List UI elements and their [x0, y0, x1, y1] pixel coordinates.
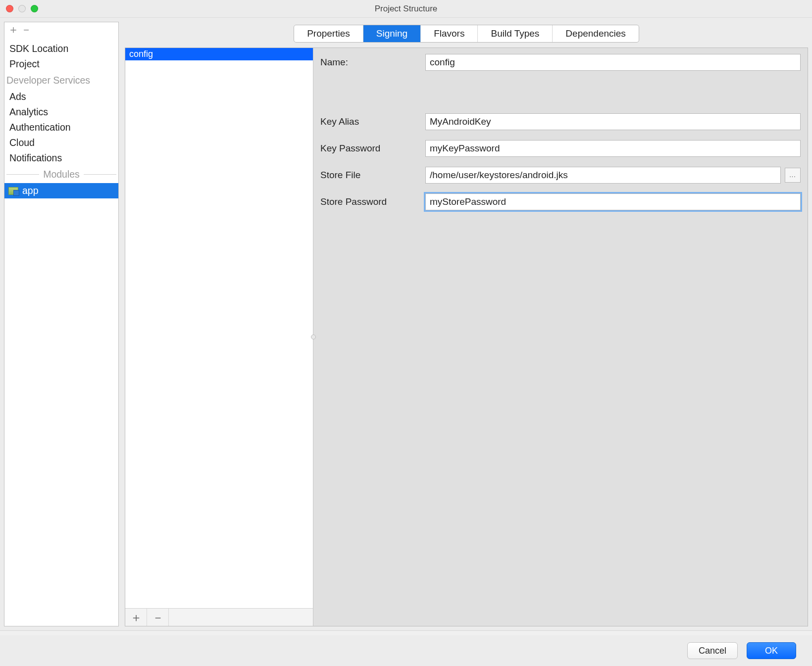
sidebar-toolbar: ＋ －	[4, 22, 118, 40]
tab-build-types[interactable]: Build Types	[478, 25, 553, 42]
tab-dependencies[interactable]: Dependencies	[553, 25, 638, 42]
key-password-label: Key Password	[320, 143, 419, 154]
sidebar-item-ads[interactable]: Ads	[4, 89, 118, 104]
tab-signing[interactable]: Signing	[363, 25, 421, 42]
content: ＋ － SDK Location Project Developer Servi…	[0, 18, 812, 630]
sidebar-section-modules-label: Modules	[43, 169, 80, 180]
configs-add-button[interactable]: ＋	[125, 609, 147, 626]
sidebar-item-label: app	[22, 185, 39, 196]
tab-properties[interactable]: Properties	[294, 25, 363, 42]
signing-panel: config ＋ － Name: config Key Alias MyAndr	[125, 48, 808, 626]
store-file-row: /home/user/keystores/android.jks ...	[425, 167, 801, 184]
configs-toolbar: ＋ －	[125, 608, 313, 626]
tab-bar: Properties Signing Flavors Build Types D…	[125, 22, 808, 48]
key-password-field[interactable]: myKeyPassword	[425, 140, 801, 157]
name-label: Name:	[320, 57, 419, 68]
sidebar-item-analytics[interactable]: Analytics	[4, 104, 118, 120]
sidebar-item-app[interactable]: app	[4, 183, 118, 198]
sidebar-section-modules: Modules	[4, 166, 118, 183]
sidebar-item-project[interactable]: Project	[4, 56, 118, 72]
sidebar-remove-button[interactable]: －	[20, 25, 32, 37]
configs-remove-button[interactable]: －	[147, 609, 169, 626]
form-area: Name: config Key Alias MyAndroidKey Key …	[313, 48, 808, 626]
sidebar-add-button[interactable]: ＋	[7, 25, 19, 37]
sidebar: ＋ － SDK Location Project Developer Servi…	[4, 22, 119, 626]
store-file-field[interactable]: /home/user/keystores/android.jks	[425, 167, 781, 184]
store-password-label: Store Password	[320, 196, 419, 207]
browse-button[interactable]: ...	[785, 168, 801, 183]
name-field[interactable]: config	[425, 54, 801, 71]
sidebar-item-authentication[interactable]: Authentication	[4, 120, 118, 135]
configs-empty	[125, 60, 313, 608]
tab-flavors[interactable]: Flavors	[421, 25, 478, 42]
module-icon	[8, 187, 18, 195]
divider	[84, 174, 116, 175]
key-alias-field[interactable]: MyAndroidKey	[425, 113, 801, 130]
titlebar: Project Structure	[0, 0, 812, 18]
form-grid: Name: config Key Alias MyAndroidKey Key …	[320, 54, 801, 210]
main-column: Properties Signing Flavors Build Types D…	[125, 22, 808, 626]
sidebar-section-developer-services: Developer Services	[4, 72, 118, 89]
divider	[6, 174, 39, 175]
spacer	[320, 81, 801, 103]
footer: Cancel OK	[0, 635, 812, 666]
configs-list: config ＋ －	[125, 48, 313, 626]
key-alias-label: Key Alias	[320, 116, 419, 127]
project-structure-window: Project Structure ＋ － SDK Location Proje…	[0, 0, 812, 666]
window-title: Project Structure	[0, 4, 812, 14]
sidebar-item-sdk-location[interactable]: SDK Location	[4, 41, 118, 56]
ok-button[interactable]: OK	[747, 642, 796, 659]
store-file-label: Store File	[320, 170, 419, 181]
sidebar-item-cloud[interactable]: Cloud	[4, 135, 118, 150]
footer-divider	[0, 630, 812, 635]
store-password-field[interactable]: myStorePassword	[425, 193, 801, 210]
sidebar-item-notifications[interactable]: Notifications	[4, 150, 118, 166]
config-item[interactable]: config	[125, 48, 313, 60]
cancel-button[interactable]: Cancel	[687, 642, 738, 659]
splitter-handle-icon[interactable]	[311, 334, 316, 339]
segmented-tabs: Properties Signing Flavors Build Types D…	[294, 25, 639, 43]
sidebar-list: SDK Location Project Developer Services …	[4, 40, 118, 626]
